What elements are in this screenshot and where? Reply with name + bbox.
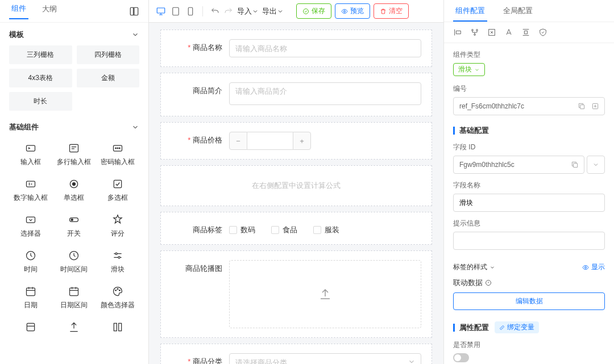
id-input[interactable] xyxy=(459,102,575,110)
svg-rect-10 xyxy=(27,217,35,223)
template-item[interactable]: 三列栅格 xyxy=(9,45,72,64)
comp-rate[interactable]: 评分 xyxy=(96,210,139,243)
comp-date[interactable]: 日期 xyxy=(9,281,52,315)
tablet-icon[interactable] xyxy=(171,6,181,16)
comp-input[interactable]: 输入框 xyxy=(9,138,52,171)
locate-icon[interactable] xyxy=(588,99,602,113)
form-item-intro[interactable]: 商品简介 xyxy=(160,73,432,116)
palette-icon xyxy=(112,286,123,297)
svg-point-38 xyxy=(585,266,587,268)
comp-time[interactable]: 时间 xyxy=(9,245,52,279)
tab-components[interactable]: 组件 xyxy=(9,3,28,19)
template-item[interactable]: 四列栅格 xyxy=(77,45,140,64)
minus-button[interactable]: − xyxy=(229,132,247,150)
desktop-icon[interactable] xyxy=(156,6,166,16)
export-button[interactable]: 导出 xyxy=(262,6,284,16)
mobile-icon[interactable] xyxy=(185,6,196,16)
hint-input[interactable] xyxy=(453,232,605,250)
templates-title: 模板 xyxy=(9,30,24,40)
select-icon xyxy=(25,214,36,225)
form-label: 商品轮播图 xyxy=(171,260,222,274)
plus-button[interactable]: + xyxy=(293,132,311,150)
insert-left-icon[interactable] xyxy=(453,28,462,37)
chevron-down-icon xyxy=(408,358,416,364)
bind-var-badge[interactable]: 绑定变量 xyxy=(495,321,539,333)
shield-icon[interactable] xyxy=(538,28,547,37)
comp-select[interactable]: 选择器 xyxy=(9,210,52,243)
price-input[interactable] xyxy=(247,132,293,150)
comp-textarea[interactable]: 多行输入框 xyxy=(52,138,96,171)
chevron-down-icon[interactable] xyxy=(131,123,139,131)
save-button[interactable]: 保存 xyxy=(296,3,331,19)
redo-icon[interactable] xyxy=(223,6,234,16)
calendar-icon xyxy=(68,286,80,297)
svg-rect-27 xyxy=(188,7,193,15)
font-icon[interactable] xyxy=(504,28,513,37)
form-item-carousel[interactable]: 商品轮播图 xyxy=(160,250,432,338)
comp-radio[interactable]: 单选框 xyxy=(52,174,96,207)
price-stepper[interactable]: − + xyxy=(229,132,311,150)
comp-time-range[interactable]: 时间区间 xyxy=(52,245,96,279)
chevron-down-icon[interactable] xyxy=(131,31,139,39)
slider-icon xyxy=(112,250,123,261)
type-label: 组件类型 xyxy=(453,50,605,60)
component-type-tag[interactable]: 滑块 xyxy=(453,63,485,76)
svg-point-19 xyxy=(115,290,117,291)
chevron-down-button[interactable] xyxy=(587,156,605,174)
form-item-tags[interactable]: 商品标签 数码 食品 服装 xyxy=(160,212,432,245)
comp-color[interactable]: 颜色选择器 xyxy=(96,281,139,315)
copy-icon[interactable] xyxy=(575,99,588,113)
edit-data-button[interactable]: 编辑数据 xyxy=(453,292,605,310)
field-id-input[interactable] xyxy=(459,161,568,169)
form-item-formula[interactable]: 在右侧配置中设置计算公式 xyxy=(160,165,432,206)
upload-box[interactable] xyxy=(229,260,421,328)
svg-point-20 xyxy=(117,288,118,290)
checkbox-option[interactable]: 数码 xyxy=(229,225,255,235)
field-name-input[interactable] xyxy=(453,194,605,212)
basic-config-title: 基础配置 xyxy=(453,125,605,136)
comp-password[interactable]: 密码输入框 xyxy=(96,138,139,171)
undo-icon[interactable] xyxy=(210,6,220,16)
book-icon[interactable] xyxy=(129,6,139,16)
show-link[interactable]: 显示 xyxy=(582,262,605,272)
comp-number[interactable]: 数字输入框 xyxy=(9,174,52,207)
intro-textarea[interactable] xyxy=(229,82,421,105)
comp-date-range[interactable]: 日期区间 xyxy=(52,281,96,315)
box-icon[interactable] xyxy=(487,28,496,37)
svg-point-21 xyxy=(119,290,120,291)
form-item-price[interactable]: 商品价格 − + xyxy=(160,122,432,160)
form-item-name[interactable]: 商品名称 xyxy=(160,30,432,67)
preview-button[interactable]: 预览 xyxy=(335,3,370,19)
comp-slider[interactable]: 滑块 xyxy=(96,245,139,279)
template-item[interactable]: 金额 xyxy=(77,69,140,87)
category-select[interactable] xyxy=(229,353,421,364)
form-item-category[interactable]: 商品分类 xyxy=(160,344,432,364)
checkbox-option[interactable]: 服装 xyxy=(313,225,339,235)
clear-button[interactable]: 清空 xyxy=(374,3,409,19)
basic-title: 基础组件 xyxy=(9,122,39,132)
comp-upload[interactable] xyxy=(52,317,96,341)
svg-rect-35 xyxy=(580,105,584,109)
comp-checkbox[interactable]: 多选框 xyxy=(96,174,139,207)
node-icon[interactable] xyxy=(470,28,479,37)
toolbar: 导入 导出 保存 预览 清空 xyxy=(149,0,443,23)
template-item[interactable]: 4x3表格 xyxy=(9,69,72,87)
checkbox-option[interactable]: 食品 xyxy=(271,225,297,235)
tab-comp-config[interactable]: 组件配置 xyxy=(453,0,487,22)
comp-unknown[interactable] xyxy=(9,317,52,341)
form-canvas: 商品名称 商品简介 商品价格 − + xyxy=(149,23,443,364)
tab-global-config[interactable]: 全局配置 xyxy=(501,0,535,22)
spacing-icon[interactable] xyxy=(521,28,530,37)
disable-switch[interactable] xyxy=(453,353,469,362)
svg-point-15 xyxy=(115,253,117,254)
comp-unknown2[interactable] xyxy=(96,317,139,341)
label-style-toggle[interactable]: 标签的样式 xyxy=(453,262,495,272)
form-label: 商品名称 xyxy=(171,39,222,53)
comp-switch[interactable]: 开关 xyxy=(52,210,96,243)
template-item[interactable]: 时长 xyxy=(9,92,72,111)
copy-icon[interactable] xyxy=(568,158,582,171)
tab-outline[interactable]: 大纲 xyxy=(40,4,59,19)
import-button[interactable]: 导入 xyxy=(237,6,259,16)
name-input[interactable] xyxy=(229,39,421,57)
svg-rect-18 xyxy=(70,288,78,295)
